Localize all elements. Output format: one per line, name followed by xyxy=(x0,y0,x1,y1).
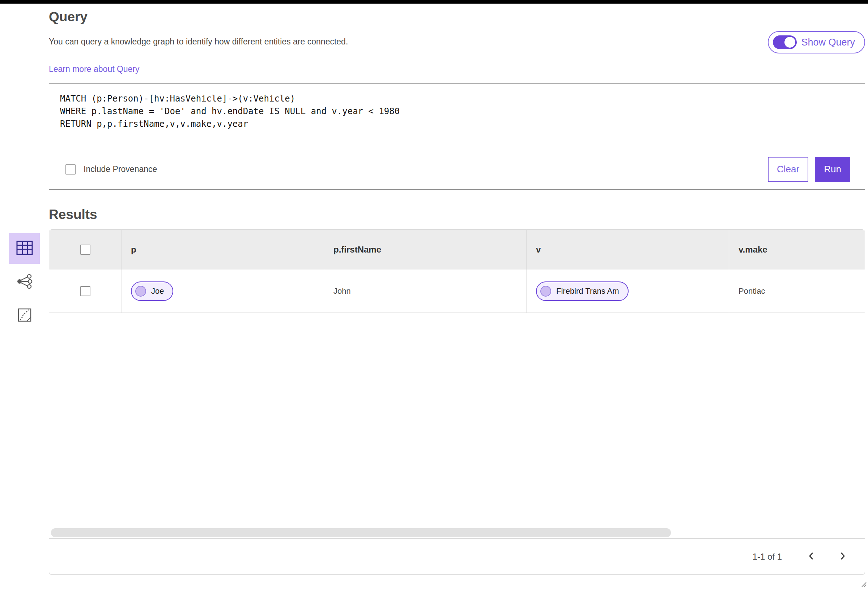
map-view-button[interactable] xyxy=(9,300,40,331)
cell-value: Pontiac xyxy=(738,287,765,296)
entity-chip-label: Joe xyxy=(151,287,164,296)
results-table: p p.firstName v v.make Joe xyxy=(49,230,865,575)
entity-chip-vehicle[interactable]: Firebird Trans Am xyxy=(536,281,629,301)
cell-v-make: Pontiac xyxy=(729,269,865,312)
column-label: p xyxy=(131,244,136,255)
table-header-row: p p.firstName v v.make xyxy=(49,230,865,269)
column-header-v: v xyxy=(527,230,729,269)
query-panel-footer: Include Provenance Clear Run xyxy=(49,149,865,189)
column-header-p-firstname: p.firstName xyxy=(324,230,527,269)
include-provenance-label: Include Provenance xyxy=(84,165,157,174)
entity-dot-icon xyxy=(540,286,551,297)
header-row: You can query a knowledge graph to ident… xyxy=(49,25,865,53)
horizontal-scrollbar[interactable] xyxy=(49,528,865,539)
table-empty-area xyxy=(49,313,865,528)
show-query-toggle[interactable]: Show Query xyxy=(768,31,865,53)
select-all-checkbox[interactable] xyxy=(80,244,90,255)
cell-value: John xyxy=(334,287,351,296)
column-label: p.firstName xyxy=(334,244,381,255)
header-checkbox-cell xyxy=(49,230,121,269)
page-title: Query xyxy=(49,9,865,25)
results-title: Results xyxy=(49,207,865,222)
run-button[interactable]: Run xyxy=(815,157,850,182)
table-pagination-bar: 1-1 of 1 xyxy=(49,539,865,574)
cell-v: Firebird Trans Am xyxy=(527,269,729,312)
entity-dot-icon xyxy=(135,286,146,297)
view-switcher-rail xyxy=(0,230,49,575)
column-label: v xyxy=(536,244,541,255)
show-query-label: Show Query xyxy=(801,37,855,48)
link-chart-view-button[interactable] xyxy=(9,266,40,297)
scrollbar-thumb[interactable] xyxy=(51,528,671,537)
entity-chip-person[interactable]: Joe xyxy=(131,281,173,301)
include-provenance-checkbox[interactable] xyxy=(65,165,75,175)
previous-page-button[interactable] xyxy=(805,550,819,564)
learn-more-link[interactable]: Learn more about Query xyxy=(49,64,140,74)
chevron-right-icon xyxy=(838,551,847,562)
row-checkbox[interactable] xyxy=(80,286,90,296)
resize-handle-icon[interactable] xyxy=(859,580,867,589)
clear-button[interactable]: Clear xyxy=(768,157,808,182)
cell-p: Joe xyxy=(121,269,324,312)
link-chart-icon xyxy=(16,274,33,290)
chevron-left-icon xyxy=(807,551,816,562)
table-view-button[interactable] xyxy=(9,233,40,264)
table-row: Joe John Firebird Trans Am Pontiac xyxy=(49,269,865,313)
column-header-p: p xyxy=(121,230,324,269)
toggle-knob xyxy=(784,37,795,48)
query-code-editor[interactable]: MATCH (p:Person)-[hv:HasVehicle]->(v:Veh… xyxy=(49,84,865,149)
toggle-switch-icon[interactable] xyxy=(773,35,797,49)
results-section: p p.firstName v v.make Joe xyxy=(0,230,868,575)
column-label: v.make xyxy=(738,244,768,255)
query-panel: MATCH (p:Person)-[hv:HasVehicle]->(v:Veh… xyxy=(49,84,865,190)
map-icon xyxy=(17,308,32,324)
page-description: You can query a knowledge graph to ident… xyxy=(49,37,348,47)
pagination-range: 1-1 of 1 xyxy=(753,552,782,562)
table-icon xyxy=(16,240,33,257)
entity-chip-label: Firebird Trans Am xyxy=(556,287,619,296)
row-checkbox-cell xyxy=(49,269,121,312)
column-header-v-make: v.make xyxy=(729,230,865,269)
next-page-button[interactable] xyxy=(835,550,850,564)
cell-p-firstname: John xyxy=(324,269,527,312)
